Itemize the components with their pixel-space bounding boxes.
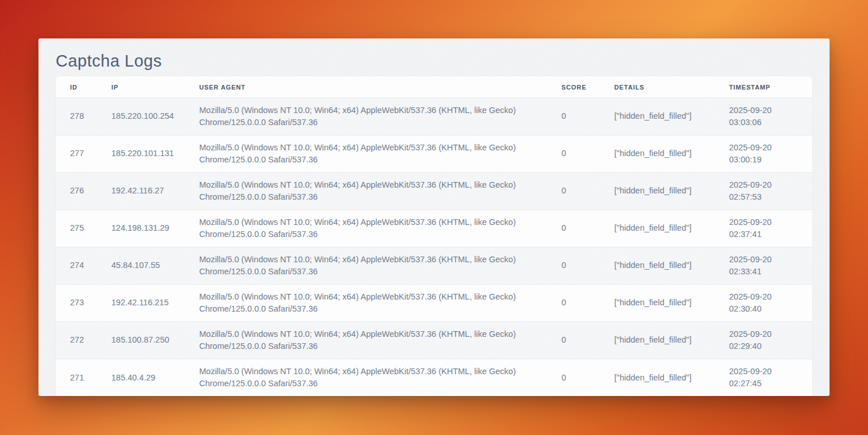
cell-details: ["hidden_field_filled"] xyxy=(614,210,729,247)
table-row: 274 45.84.107.55 Mozilla/5.0 (Windows NT… xyxy=(56,247,812,285)
cell-timestamp: 2025-09-20 02:37:41 xyxy=(729,210,812,247)
cell-score: 0 xyxy=(561,285,614,322)
cell-ip: 185.100.87.250 xyxy=(111,322,199,359)
cell-timestamp: 2025-09-20 02:33:41 xyxy=(729,247,812,285)
column-header-user-agent: USER AGENT xyxy=(199,76,561,98)
cell-id: 274 xyxy=(56,247,111,285)
cell-user-agent: Mozilla/5.0 (Windows NT 10.0; Win64; x64… xyxy=(199,210,561,247)
cell-timestamp: 2025-09-20 03:00:19 xyxy=(729,135,812,173)
column-header-details: DETAILS xyxy=(614,76,729,98)
logs-table-container: ID IP USER AGENT SCORE DETAILS TIMESTAMP… xyxy=(56,76,812,396)
cell-ip: 192.42.116.27 xyxy=(111,173,199,210)
cell-id: 277 xyxy=(56,135,111,173)
cell-ip: 185.220.100.254 xyxy=(111,98,199,135)
cell-score: 0 xyxy=(561,210,614,247)
cell-ip: 124.198.131.29 xyxy=(111,210,199,247)
cell-timestamp: 2025-09-20 02:29:40 xyxy=(729,322,812,359)
cell-details: ["hidden_field_filled"] xyxy=(614,285,729,322)
cell-timestamp: 2025-09-20 03:03:06 xyxy=(729,98,812,135)
cell-ip: 185.40.4.29 xyxy=(111,359,199,397)
table-row: 277 185.220.101.131 Mozilla/5.0 (Windows… xyxy=(56,135,812,173)
cell-details: ["hidden_field_filled"] xyxy=(614,359,729,397)
cell-score: 0 xyxy=(561,135,614,173)
cell-id: 278 xyxy=(56,98,111,135)
column-header-ip: IP xyxy=(111,76,199,98)
cell-timestamp: 2025-09-20 02:30:40 xyxy=(729,285,812,322)
cell-id: 275 xyxy=(56,210,111,247)
cell-ip: 192.42.116.215 xyxy=(111,285,199,322)
cell-timestamp: 2025-09-20 02:27:45 xyxy=(729,359,812,397)
cell-score: 0 xyxy=(561,98,614,135)
cell-id: 271 xyxy=(56,359,111,397)
table-header-row: ID IP USER AGENT SCORE DETAILS TIMESTAMP xyxy=(56,76,812,98)
captcha-logs-card: Captcha Logs ID IP USER AGENT SCORE DETA… xyxy=(38,38,830,396)
cell-timestamp: 2025-09-20 02:57:53 xyxy=(729,173,812,210)
cell-user-agent: Mozilla/5.0 (Windows NT 10.0; Win64; x64… xyxy=(199,98,561,135)
cell-details: ["hidden_field_filled"] xyxy=(614,98,729,135)
cell-details: ["hidden_field_filled"] xyxy=(614,247,729,285)
cell-id: 273 xyxy=(56,285,111,322)
cell-details: ["hidden_field_filled"] xyxy=(614,322,729,359)
cell-score: 0 xyxy=(561,359,614,397)
cell-user-agent: Mozilla/5.0 (Windows NT 10.0; Win64; x64… xyxy=(199,285,561,322)
page-title: Captcha Logs xyxy=(56,49,812,73)
column-header-timestamp: TIMESTAMP xyxy=(729,76,812,98)
cell-details: ["hidden_field_filled"] xyxy=(614,173,729,210)
app-background: { "page": { "title": "Captcha Logs" }, "… xyxy=(0,0,868,435)
table-row: 273 192.42.116.215 Mozilla/5.0 (Windows … xyxy=(56,285,812,322)
cell-user-agent: Mozilla/5.0 (Windows NT 10.0; Win64; x64… xyxy=(199,173,561,210)
cell-score: 0 xyxy=(561,247,614,285)
cell-user-agent: Mozilla/5.0 (Windows NT 10.0; Win64; x64… xyxy=(199,359,561,397)
column-header-id: ID xyxy=(56,76,111,98)
table-row: 275 124.198.131.29 Mozilla/5.0 (Windows … xyxy=(56,210,812,247)
cell-id: 276 xyxy=(56,173,111,210)
cell-score: 0 xyxy=(561,173,614,210)
cell-ip: 45.84.107.55 xyxy=(111,247,199,285)
cell-user-agent: Mozilla/5.0 (Windows NT 10.0; Win64; x64… xyxy=(199,322,561,359)
table-row: 276 192.42.116.27 Mozilla/5.0 (Windows N… xyxy=(56,173,812,210)
cell-id: 272 xyxy=(56,322,111,359)
cell-user-agent: Mozilla/5.0 (Windows NT 10.0; Win64; x64… xyxy=(199,247,561,285)
cell-user-agent: Mozilla/5.0 (Windows NT 10.0; Win64; x64… xyxy=(199,135,561,173)
cell-details: ["hidden_field_filled"] xyxy=(614,135,729,173)
table-row: 271 185.40.4.29 Mozilla/5.0 (Windows NT … xyxy=(56,359,812,397)
column-header-score: SCORE xyxy=(561,76,614,98)
captcha-logs-table: ID IP USER AGENT SCORE DETAILS TIMESTAMP… xyxy=(56,76,812,396)
table-row: 272 185.100.87.250 Mozilla/5.0 (Windows … xyxy=(56,322,812,359)
cell-score: 0 xyxy=(561,322,614,359)
cell-ip: 185.220.101.131 xyxy=(111,135,199,173)
table-row: 278 185.220.100.254 Mozilla/5.0 (Windows… xyxy=(56,98,812,135)
